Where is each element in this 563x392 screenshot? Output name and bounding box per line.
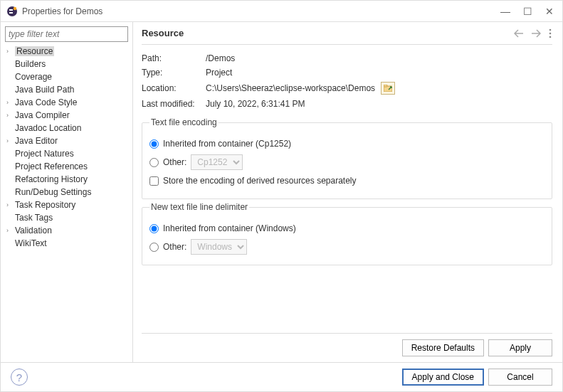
sidebar-item-wikitext[interactable]: WikiText xyxy=(5,237,128,250)
expand-icon[interactable]: › xyxy=(6,201,14,208)
type-value: Project xyxy=(206,68,552,78)
modified-value: July 10, 2022, 6:31:41 PM xyxy=(206,99,552,109)
sidebar: ›ResourceBuildersCoverageJava Build Path… xyxy=(1,22,133,362)
sidebar-item-validation[interactable]: ›Validation xyxy=(5,224,128,237)
sidebar-item-run-debug-settings[interactable]: Run/Debug Settings xyxy=(5,186,128,198)
sidebar-item-label: Project Natures xyxy=(15,149,74,159)
delimiter-legend: New text file line delimiter xyxy=(149,202,249,212)
delimiter-inherited-radio[interactable] xyxy=(149,224,159,233)
sidebar-item-java-code-style[interactable]: ›Java Code Style xyxy=(5,96,128,109)
delimiter-other-radio[interactable] xyxy=(149,243,159,252)
sidebar-item-builders[interactable]: Builders xyxy=(5,58,128,70)
sidebar-item-java-compiler[interactable]: ›Java Compiler xyxy=(5,109,128,122)
delimiter-other-select[interactable]: Windows xyxy=(191,239,247,255)
apply-and-close-button[interactable]: Apply and Close xyxy=(402,369,484,386)
filter-input[interactable] xyxy=(5,26,128,42)
delimiter-inherited-label: Inherited from container (Windows) xyxy=(163,223,296,233)
page-title: Resource xyxy=(142,28,514,38)
expand-icon[interactable]: › xyxy=(6,112,14,119)
app-icon xyxy=(6,6,18,17)
sidebar-item-label: WikiText xyxy=(15,238,47,248)
encoding-group: Text file encoding Inherited from contai… xyxy=(142,117,552,199)
expand-icon[interactable]: › xyxy=(6,48,14,55)
category-tree: ›ResourceBuildersCoverageJava Build Path… xyxy=(5,45,128,250)
sidebar-item-label: Run/Debug Settings xyxy=(15,187,91,197)
expand-icon[interactable]: › xyxy=(6,227,14,234)
expand-icon[interactable]: › xyxy=(6,137,14,144)
encoding-other-radio[interactable] xyxy=(149,158,159,167)
forward-icon[interactable] xyxy=(531,29,541,38)
sidebar-item-label: Project References xyxy=(15,161,88,171)
delimiter-other-label: Other: xyxy=(163,242,186,252)
cancel-button[interactable]: Cancel xyxy=(488,369,552,386)
back-icon[interactable] xyxy=(514,29,524,38)
path-label: Path: xyxy=(142,53,206,63)
location-label: Location: xyxy=(142,83,206,93)
help-button[interactable]: ? xyxy=(11,369,28,386)
maximize-button[interactable]: ☐ xyxy=(523,6,532,17)
svg-point-3 xyxy=(549,32,552,34)
encoding-other-label: Other: xyxy=(163,157,186,167)
window-title: Properties for Demos xyxy=(22,6,500,16)
sidebar-item-label: Java Editor xyxy=(15,136,58,146)
sidebar-item-label: Refactoring History xyxy=(15,174,88,184)
restore-defaults-button[interactable]: Restore Defaults xyxy=(402,339,484,356)
sidebar-item-project-natures[interactable]: Project Natures xyxy=(5,147,128,160)
path-value: /Demos xyxy=(206,53,552,63)
encoding-legend: Text file encoding xyxy=(149,117,219,127)
svg-point-1 xyxy=(14,6,16,9)
apply-button[interactable]: Apply xyxy=(488,339,552,356)
sidebar-item-label: Coverage xyxy=(15,72,52,82)
modified-label: Last modified: xyxy=(142,99,206,109)
encoding-other-select[interactable]: Cp1252 xyxy=(191,154,243,170)
sidebar-item-java-build-path[interactable]: Java Build Path xyxy=(5,83,128,96)
sidebar-item-label: Builders xyxy=(15,59,46,69)
delimiter-group: New text file line delimiter Inherited f… xyxy=(142,202,552,265)
sidebar-item-java-editor[interactable]: ›Java Editor xyxy=(5,134,128,147)
sidebar-item-label: Validation xyxy=(15,226,52,235)
sidebar-item-javadoc-location[interactable]: Javadoc Location xyxy=(5,122,128,134)
dialog-footer: ? Apply and Close Cancel xyxy=(1,362,562,391)
close-button[interactable]: ✕ xyxy=(545,6,554,17)
sidebar-item-task-tags[interactable]: Task Tags xyxy=(5,211,128,224)
sidebar-item-label: Java Build Path xyxy=(15,85,74,95)
show-in-explorer-button[interactable] xyxy=(381,82,395,95)
svg-rect-6 xyxy=(384,85,387,87)
sidebar-item-refactoring-history[interactable]: Refactoring History xyxy=(5,173,128,186)
sidebar-item-resource[interactable]: ›Resource xyxy=(5,45,128,58)
sidebar-item-label: Task Repository xyxy=(15,200,75,210)
encoding-inherited-radio[interactable] xyxy=(149,139,159,149)
type-label: Type: xyxy=(142,68,206,78)
menu-icon[interactable] xyxy=(548,28,552,38)
main-panel: Resource Path: /Demos Type: Project Loca… xyxy=(133,22,562,362)
store-derived-label: Store the encoding of derived resources … xyxy=(163,176,357,186)
sidebar-item-label: Task Tags xyxy=(15,213,53,223)
minimize-button[interactable]: — xyxy=(500,6,510,17)
encoding-inherited-label: Inherited from container (Cp1252) xyxy=(163,139,291,149)
sidebar-item-label: Java Code Style xyxy=(15,97,77,107)
titlebar: Properties for Demos — ☐ ✕ xyxy=(1,1,562,22)
location-value: C:\Users\Sheeraz\eclipse-workspace\Demos xyxy=(206,83,375,93)
svg-point-4 xyxy=(549,36,552,38)
expand-icon[interactable]: › xyxy=(6,99,14,106)
sidebar-item-label: Javadoc Location xyxy=(15,123,81,133)
svg-point-2 xyxy=(549,28,552,31)
store-derived-checkbox[interactable] xyxy=(149,176,159,186)
sidebar-item-task-repository[interactable]: ›Task Repository xyxy=(5,198,128,211)
sidebar-item-coverage[interactable]: Coverage xyxy=(5,70,128,83)
sidebar-item-label: Java Compiler xyxy=(15,110,70,120)
sidebar-item-project-references[interactable]: Project References xyxy=(5,160,128,173)
sidebar-item-label: Resource xyxy=(15,46,54,56)
